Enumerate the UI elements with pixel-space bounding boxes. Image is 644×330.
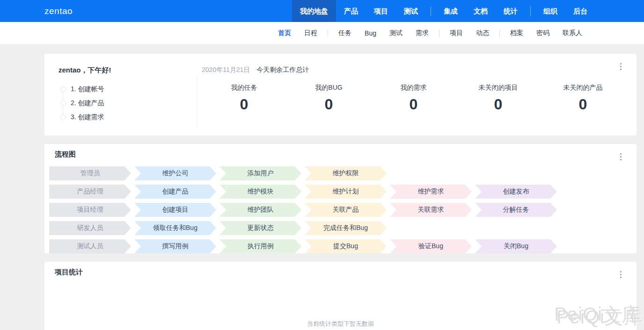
top-nav-item-project[interactable]: 项目 bbox=[366, 0, 396, 22]
flow-row: 研发人员领取任务和Bug更新状态完成任务和Bug bbox=[49, 221, 637, 235]
flow-role: 项目经理 bbox=[49, 203, 131, 217]
sub-nav-item-home[interactable]: 首页 bbox=[271, 29, 298, 37]
top-nav-item-organization[interactable]: 组织 bbox=[535, 0, 565, 22]
sub-nav-bar: 首页日程任务Bug测试需求项目动态档案密码联系人 bbox=[0, 22, 644, 44]
flow-row: 项目经理创建项目维护团队关联产品关联需求分解任务 bbox=[49, 203, 637, 217]
project-stats-menu-button[interactable] bbox=[618, 269, 623, 280]
sub-nav-divider bbox=[328, 29, 328, 37]
sub-nav-item-story[interactable]: 需求 bbox=[409, 29, 435, 37]
top-header: zentao 我的地盘产品项目测试集成文档统计组织后台 bbox=[0, 0, 644, 22]
stat-value[interactable]: 0 bbox=[286, 96, 371, 113]
stat-label: 我的任务 bbox=[202, 84, 286, 92]
flow-step[interactable]: 关联需求 bbox=[390, 203, 472, 217]
flow-step[interactable]: 添加用户 bbox=[220, 166, 301, 180]
flow-role: 测试人员 bbox=[49, 239, 131, 253]
top-nav-item-product[interactable]: 产品 bbox=[336, 0, 366, 22]
sub-nav-item-bug[interactable]: Bug bbox=[358, 29, 383, 37]
flowchart-card: 流程图 管理员维护公司添加用户维护权限产品经理创建产品维护模块维护计划维护需求创… bbox=[44, 144, 637, 253]
flow-step[interactable]: 分解任务 bbox=[475, 203, 557, 217]
stat-block: 未关闭的项目0 bbox=[456, 84, 541, 113]
sub-nav-item-contacts[interactable]: 联系人 bbox=[556, 29, 589, 37]
flow-step[interactable]: 撰写用例 bbox=[134, 239, 216, 253]
sub-nav-item-project[interactable]: 项目 bbox=[443, 29, 469, 37]
empty-data-message: 当前统计类型下暂无数据 bbox=[44, 320, 637, 328]
stat-label: 我的需求 bbox=[371, 84, 456, 92]
sub-nav-item-password[interactable]: 密码 bbox=[530, 29, 556, 37]
kebab-dot-icon bbox=[620, 159, 622, 160]
top-nav-item-my-dashboard[interactable]: 我的地盘 bbox=[292, 0, 336, 22]
stat-value[interactable]: 0 bbox=[202, 96, 286, 113]
flow-row: 测试人员撰写用例执行用例提交Bug验证Bug关闭Bug bbox=[49, 239, 637, 253]
flow-role: 研发人员 bbox=[49, 221, 131, 235]
flow-step[interactable]: 维护公司 bbox=[134, 166, 216, 180]
project-stats-card: 项目统计 当前统计类型下暂无数据 bbox=[44, 262, 637, 330]
top-nav-item-doc[interactable]: 文档 bbox=[466, 0, 496, 22]
flow-step[interactable]: 维护计划 bbox=[305, 185, 387, 199]
onboarding-step[interactable]: 2. 创建产品 bbox=[60, 96, 197, 110]
flow-step[interactable]: 验证Bug bbox=[390, 239, 472, 253]
flow-step[interactable]: 更新状态 bbox=[220, 221, 301, 235]
flow-step[interactable]: 关联产品 bbox=[305, 203, 387, 217]
flow-role: 管理员 bbox=[49, 166, 131, 180]
flow-row: 管理员维护公司添加用户维护权限 bbox=[49, 166, 637, 180]
stat-label: 未关闭的项目 bbox=[456, 84, 541, 92]
stat-value[interactable]: 0 bbox=[456, 96, 541, 113]
welcome-right-panel: 2020年11月21日 今天剩余工作总计 我的任务0我的BUG0我的需求0未关闭… bbox=[197, 54, 637, 136]
top-nav-item-test[interactable]: 测试 bbox=[396, 0, 426, 22]
work-summary-label: 今天剩余工作总计 bbox=[256, 66, 309, 74]
kebab-dot-icon bbox=[620, 274, 622, 275]
sub-nav-item-dynamic[interactable]: 动态 bbox=[469, 29, 496, 37]
sub-nav-item-test[interactable]: 测试 bbox=[383, 29, 409, 37]
flow-step[interactable]: 领取任务和Bug bbox=[134, 221, 216, 235]
flowchart-card-menu-button[interactable] bbox=[618, 151, 623, 162]
flow-step[interactable]: 完成任务和Bug bbox=[305, 221, 387, 235]
app-logo[interactable]: zentao bbox=[44, 0, 73, 22]
flow-step[interactable]: 创建发布 bbox=[475, 185, 557, 199]
stat-value[interactable]: 0 bbox=[541, 96, 625, 113]
flow-step[interactable]: 执行用例 bbox=[220, 239, 301, 253]
flowchart-title: 流程图 bbox=[55, 150, 637, 159]
kebab-dot-icon bbox=[620, 153, 622, 155]
flow-step[interactable]: 维护权限 bbox=[305, 166, 387, 180]
flow-step[interactable]: 维护模块 bbox=[220, 185, 301, 199]
main-content: zentao，下午好! 1. 创建帐号2. 创建产品3. 创建需求 2020年1… bbox=[0, 44, 644, 330]
welcome-card: zentao，下午好! 1. 创建帐号2. 创建产品3. 创建需求 2020年1… bbox=[44, 54, 637, 136]
flow-step[interactable]: 维护团队 bbox=[220, 203, 301, 217]
stat-label: 我的BUG bbox=[286, 84, 371, 92]
kebab-dot-icon bbox=[620, 156, 622, 158]
current-date: 2020年11月21日 bbox=[202, 66, 250, 74]
flow-step[interactable]: 关闭Bug bbox=[475, 239, 557, 253]
sub-nav: 首页日程任务Bug测试需求项目动态档案密码联系人 bbox=[271, 29, 589, 37]
sub-nav-item-file[interactable]: 档案 bbox=[504, 29, 530, 37]
flow-step[interactable]: 创建产品 bbox=[134, 185, 216, 199]
kebab-dot-icon bbox=[620, 277, 622, 278]
date-row: 2020年11月21日 今天剩余工作总计 bbox=[197, 66, 637, 74]
stat-block: 我的任务0 bbox=[202, 84, 286, 113]
kebab-dot-icon bbox=[620, 271, 622, 273]
stat-block: 未关闭的产品0 bbox=[541, 84, 625, 113]
top-nav-item-integration[interactable]: 集成 bbox=[436, 0, 466, 22]
stat-block: 我的BUG0 bbox=[286, 84, 371, 113]
welcome-left-panel: zentao，下午好! 1. 创建帐号2. 创建产品3. 创建需求 bbox=[44, 54, 197, 136]
flow-row: 产品经理创建产品维护模块维护计划维护需求创建发布 bbox=[49, 185, 637, 199]
greeting-text: zentao，下午好! bbox=[59, 66, 197, 75]
flow-step[interactable]: 维护需求 bbox=[390, 185, 472, 199]
onboarding-step[interactable]: 1. 创建帐号 bbox=[60, 82, 197, 96]
flow-role: 产品经理 bbox=[49, 185, 131, 199]
sub-nav-divider bbox=[499, 29, 500, 37]
flow-step[interactable]: 创建项目 bbox=[134, 203, 216, 217]
top-nav: 我的地盘产品项目测试集成文档统计组织后台 bbox=[292, 0, 595, 22]
flow-step[interactable]: 提交Bug bbox=[305, 239, 387, 253]
stat-label: 未关闭的产品 bbox=[541, 84, 625, 92]
flowchart-body: 管理员维护公司添加用户维护权限产品经理创建产品维护模块维护计划维护需求创建发布项… bbox=[44, 166, 637, 253]
top-nav-item-stats[interactable]: 统计 bbox=[496, 0, 526, 22]
onboarding-step[interactable]: 3. 创建需求 bbox=[60, 110, 197, 124]
project-stats-title: 项目统计 bbox=[55, 267, 637, 277]
sub-nav-item-task[interactable]: 任务 bbox=[332, 29, 358, 37]
stat-value[interactable]: 0 bbox=[371, 96, 456, 113]
top-nav-item-admin[interactable]: 后台 bbox=[565, 0, 595, 22]
sub-nav-divider bbox=[439, 29, 439, 37]
stat-block: 我的需求0 bbox=[371, 84, 456, 113]
top-nav-divider bbox=[431, 7, 431, 16]
sub-nav-item-schedule[interactable]: 日程 bbox=[298, 29, 324, 37]
